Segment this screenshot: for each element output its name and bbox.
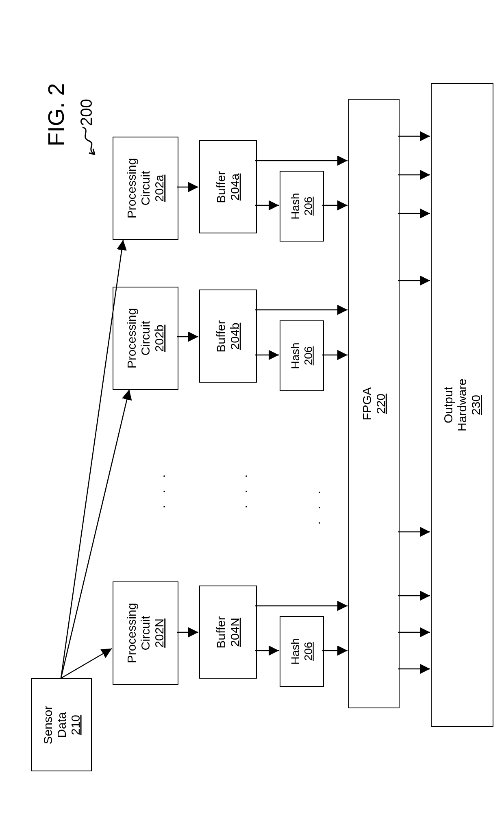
processing-circuit-n-block: Processing Circuit 202N — [113, 581, 178, 685]
pcn-num: 202N — [152, 618, 166, 648]
hsn-num: 206 — [302, 642, 315, 661]
pcn-line2: Circuit — [139, 616, 152, 651]
out-num: 230 — [469, 395, 482, 415]
buffer-n-block: Buffer 204N — [199, 586, 257, 679]
hash-b-block: Hash 206 — [280, 320, 324, 391]
processing-circuit-a-block: Processing Circuit 202a — [113, 137, 178, 240]
bfa-num: 204a — [228, 173, 241, 200]
pcn-line1: Processing — [125, 603, 138, 663]
ellipsis-bf: ... — [235, 463, 250, 508]
pca-line2: Circuit — [139, 171, 152, 206]
squiggle-icon — [78, 125, 103, 158]
bfb-line1: Buffer — [214, 320, 228, 353]
hash-n-block: Hash 206 — [280, 616, 324, 687]
sensor-line2: Data — [55, 712, 68, 738]
hsa-num: 206 — [302, 197, 315, 216]
fpga-line1: FPGA — [360, 387, 374, 420]
bfn-num: 204N — [228, 618, 241, 647]
ellipsis-pc: ... — [152, 463, 168, 508]
out-line1: Output — [441, 387, 455, 423]
hash-a-block: Hash 206 — [280, 171, 324, 242]
sensor-data-block: Sensor Data 210 — [31, 678, 92, 771]
processing-circuit-b-block: Processing Circuit 202b — [113, 287, 178, 390]
out-line2: Hardware — [455, 379, 469, 431]
figure-ref: 200 — [77, 99, 96, 126]
figure-title: FIG. 2 — [43, 83, 69, 146]
svg-line-2 — [61, 649, 112, 678]
pca-line1: Processing — [125, 158, 138, 218]
buffer-a-block: Buffer 204a — [199, 140, 257, 233]
bfn-line1: Buffer — [214, 616, 228, 649]
buffer-b-block: Buffer 204b — [199, 290, 257, 383]
ellipsis-hs: ... — [308, 479, 324, 525]
pcb-line2: Circuit — [139, 321, 152, 356]
pcb-num: 202b — [152, 325, 166, 352]
fpga-block: FPGA 220 — [348, 99, 400, 708]
hsn-line1: Hash — [289, 638, 302, 664]
pcb-line1: Processing — [125, 308, 138, 368]
output-hardware-block: Output Hardware 230 — [431, 83, 493, 727]
bfb-num: 204b — [228, 322, 241, 350]
fpga-num: 220 — [374, 393, 387, 414]
hsa-line1: Hash — [289, 193, 302, 219]
sensor-line1: Sensor — [41, 705, 54, 744]
bfa-line1: Buffer — [214, 171, 228, 203]
sensor-num: 210 — [69, 714, 82, 735]
hsb-num: 206 — [302, 346, 315, 366]
pca-num: 202a — [152, 175, 166, 202]
hsb-line1: Hash — [289, 342, 302, 369]
